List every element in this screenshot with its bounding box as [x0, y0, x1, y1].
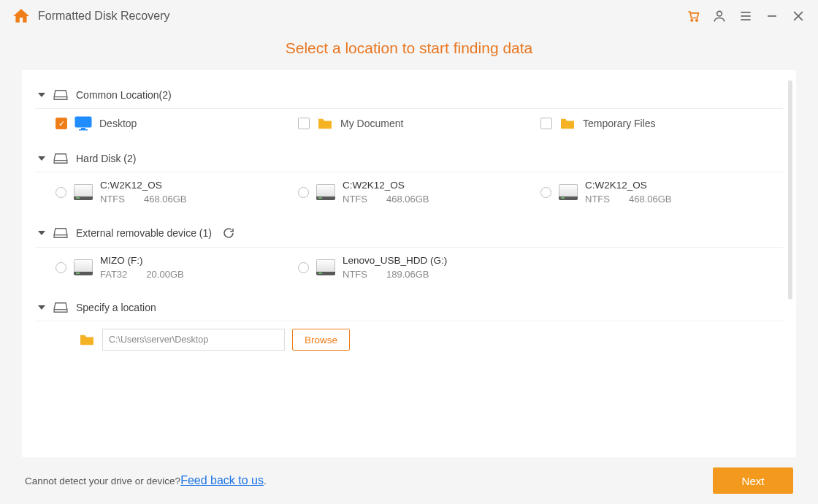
drive-item[interactable]: Lenovo_USB_HDD (G:) NTFS189.06GB [298, 255, 540, 280]
disk-icon [53, 302, 69, 313]
drive-size: 468.06GB [386, 194, 429, 205]
divider [35, 108, 783, 109]
menu-icon[interactable] [738, 8, 754, 24]
location-label: Temporary Files [583, 118, 656, 129]
browse-button[interactable]: Browse [292, 329, 350, 351]
drive-size: 20.00GB [146, 269, 183, 280]
svg-rect-12 [79, 129, 88, 131]
chevron-down-icon [38, 93, 45, 97]
home-icon[interactable] [12, 7, 31, 26]
section-title: Hard Disk (2) [76, 153, 136, 164]
section-header-external[interactable]: External removable device (1) [35, 221, 783, 245]
drive-name: Lenovo_USB_HDD (G:) [343, 255, 447, 266]
cart-icon[interactable] [685, 8, 701, 24]
footer-prompt: Cannot detect your drive or device? [25, 476, 180, 486]
path-input[interactable] [102, 329, 285, 351]
radio[interactable] [298, 262, 309, 273]
radio[interactable] [540, 187, 551, 198]
svg-rect-11 [81, 128, 85, 129]
drive-name: C:W2K12_OS [100, 180, 187, 191]
next-button[interactable]: Next [713, 467, 793, 494]
chevron-down-icon [38, 305, 45, 310]
section-title: External removable device (1) [76, 227, 212, 239]
location-label: My Document [340, 118, 403, 129]
checkbox-checked[interactable]: ✓ [56, 118, 67, 129]
section-title: Specify a location [76, 302, 156, 313]
location-item-desktop[interactable]: ✓ Desktop [56, 116, 298, 131]
svg-point-2 [717, 11, 722, 16]
drive-fs: NTFS [343, 269, 367, 280]
radio[interactable] [56, 262, 66, 273]
scrollbar[interactable] [787, 80, 792, 447]
checkbox[interactable] [298, 118, 310, 129]
drive-item[interactable]: C:W2K12_OS NTFS468.06GB [540, 180, 783, 205]
folder-icon [317, 117, 333, 130]
drive-fs: NTFS [585, 194, 610, 205]
desktop-icon [74, 116, 92, 131]
drive-icon [316, 259, 335, 275]
drive-size: 189.06GB [386, 269, 429, 280]
drive-name: C:W2K12_OS [343, 180, 429, 191]
app-title: Formatted Disk Recovery [38, 9, 170, 23]
drive-item[interactable]: MIZO (F:) FAT3220.00GB [56, 255, 298, 280]
drive-size: 468.06GB [629, 194, 672, 205]
footer-period: . [264, 476, 267, 486]
drive-item[interactable]: C:W2K12_OS NTFS468.06GB [56, 180, 298, 205]
drive-fs: NTFS [343, 194, 367, 205]
drive-name: MIZO (F:) [100, 255, 184, 266]
folder-icon [559, 117, 576, 130]
svg-point-1 [696, 20, 698, 22]
divider [35, 247, 783, 248]
drive-icon [74, 259, 93, 275]
drive-size: 468.06GB [144, 194, 187, 205]
drive-name: C:W2K12_OS [585, 180, 672, 191]
location-item-temp[interactable]: Temporary Files [540, 116, 783, 131]
svg-point-0 [691, 20, 693, 22]
section-title: Common Location(2) [76, 89, 172, 101]
folder-icon [79, 333, 95, 346]
location-item-mydoc[interactable]: My Document [298, 116, 540, 131]
drive-fs: NTFS [100, 194, 125, 205]
checkbox[interactable] [540, 118, 552, 129]
minimize-icon[interactable] [764, 8, 780, 24]
user-icon[interactable] [711, 8, 727, 24]
main-panel: Common Location(2) ✓ Desktop My Document [22, 70, 796, 457]
drive-item[interactable]: C:W2K12_OS NTFS468.06GB [298, 180, 540, 205]
location-label: Desktop [99, 118, 137, 129]
page-heading: Select a location to start finding data [0, 39, 818, 57]
drive-fs: FAT32 [100, 269, 127, 280]
drive-icon [74, 184, 93, 200]
close-icon[interactable] [790, 8, 806, 24]
section-header-harddisk[interactable]: Hard Disk (2) [35, 147, 783, 170]
chevron-down-icon [38, 156, 45, 161]
footer: Cannot detect your drive or device? Feed… [0, 457, 818, 504]
feedback-link[interactable]: Feed back to us [180, 474, 264, 487]
disk-icon [53, 153, 69, 164]
disk-icon [53, 89, 69, 101]
section-header-specify[interactable]: Specify a location [35, 296, 783, 319]
radio[interactable] [56, 187, 66, 198]
refresh-icon[interactable] [222, 226, 235, 240]
drive-icon [316, 184, 335, 200]
svg-rect-10 [75, 117, 91, 127]
divider [35, 172, 783, 172]
radio[interactable] [298, 187, 309, 198]
divider [35, 321, 783, 321]
titlebar: Formatted Disk Recovery [0, 0, 818, 32]
chevron-down-icon [38, 231, 45, 235]
drive-icon [559, 184, 578, 200]
disk-icon [53, 227, 69, 239]
scrollthumb[interactable] [788, 80, 792, 299]
section-header-common[interactable]: Common Location(2) [35, 83, 783, 107]
